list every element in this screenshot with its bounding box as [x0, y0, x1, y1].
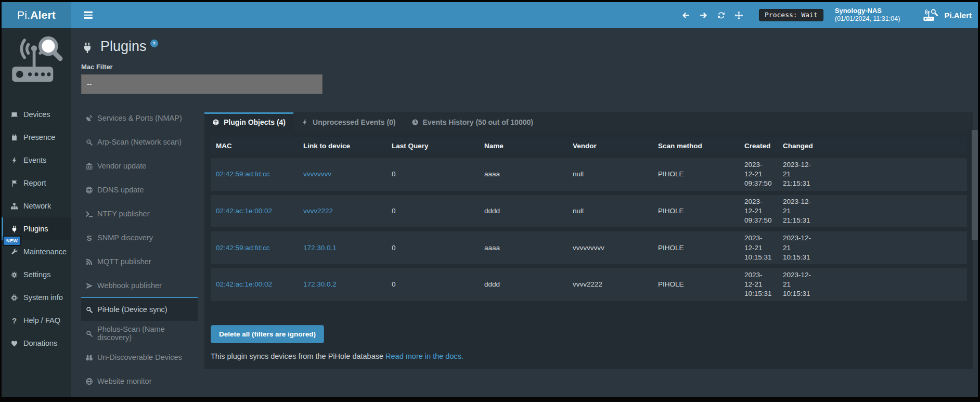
plugin-nav-item-ddns-update[interactable]: DDNS update: [81, 177, 198, 201]
plugin-nav-item-vendor-update[interactable]: Vendor update: [81, 153, 198, 177]
help-badge[interactable]: ?: [150, 40, 158, 47]
sidebar-item-network[interactable]: Network: [2, 194, 71, 217]
plugin-nav-item-arp-scan-network-scan[interactable]: Arp-Scan (Network scan): [81, 129, 198, 153]
tab-events-history-50-out-of-10000[interactable]: Events History (50 out of 10000): [404, 112, 541, 131]
sidebar-item-donations[interactable]: Donations: [2, 332, 71, 355]
cell-link: vvvv2222: [298, 195, 386, 228]
cell-mac: 02:42:59:ad:fd:cc: [211, 158, 298, 191]
host-time: (01/01/2024, 11:31:04): [835, 15, 900, 23]
topbar-app-name: Pi.Alert: [944, 11, 972, 20]
sidebar-item-help-faq[interactable]: ?Help / FAQ: [2, 309, 71, 332]
plugin-nav-label: Pholus-Scan (Name discovery): [97, 325, 194, 342]
cell-changed: 2023-12-21 21:15:31: [778, 195, 820, 228]
sidebar-item-events[interactable]: Events: [2, 149, 71, 172]
plugin-nav-item-services-ports-nmap[interactable]: Services & Ports (NMAP): [81, 106, 198, 129]
column-header-changed: Changed: [778, 137, 820, 154]
cell-name: dddd: [479, 268, 568, 301]
terminal-icon: [85, 210, 93, 218]
bank-icon: [85, 162, 93, 170]
tab-label: Plugin Objects (4): [224, 118, 286, 126]
plugin-nav-item-webhook-publisher[interactable]: Webhook publisher: [81, 273, 198, 297]
sidebar-item-devices[interactable]: Devices: [2, 103, 71, 126]
sidebar-item-maintenance[interactable]: MaintenanceNEW: [2, 240, 71, 263]
sidebar-item-label: Plugins: [23, 225, 48, 233]
sidebar-item-label: Maintenance: [23, 248, 67, 256]
back-arrow-icon[interactable]: [679, 8, 692, 22]
rss-icon: [85, 258, 93, 266]
app-window: Pi.Alert Process: Wait Synology-NAS (01/…: [2, 2, 978, 397]
plugin-nav-item-mqtt-publisher[interactable]: MQTT publisher: [81, 249, 198, 273]
mac-link[interactable]: 02:42:59:ad:fd:cc: [216, 244, 270, 252]
host-name: Synology-NAS: [835, 7, 900, 15]
device-link[interactable]: 172.30.0.2: [303, 280, 337, 288]
hamburger-menu-button[interactable]: [78, 2, 98, 28]
cell-changed: 2023-12-21 10:15:31: [778, 231, 820, 264]
search-icon: [85, 138, 93, 146]
sidebar-item-report[interactable]: Report: [2, 172, 71, 194]
device-link[interactable]: vvvv2222: [303, 207, 333, 215]
move-icon[interactable]: [732, 8, 745, 22]
cell-name: aaaa: [479, 231, 568, 264]
cell-scan_method: PIHOLE: [653, 195, 739, 228]
cell-created: 2023-12-21 10:15:31: [739, 231, 778, 264]
binoculars-icon: [85, 354, 93, 361]
cell-link: 172.30.0.2: [298, 268, 386, 301]
mac-link[interactable]: 02:42:59:ad:fd:cc: [216, 170, 270, 178]
plugin-nav-item-pihole-device-sync[interactable]: PiHole (Device sync): [81, 297, 198, 321]
sidebar-item-settings[interactable]: Settings: [2, 263, 71, 286]
mac-link[interactable]: 02:42:ac:1e:00:02: [216, 280, 272, 288]
mac-filter-input[interactable]: [81, 74, 323, 94]
plugin-nav-item-un-discoverable-devices[interactable]: Un-Discoverable Devices: [81, 345, 198, 369]
plugin-nav-item-snmp-discovery[interactable]: SSNMP discovery: [81, 225, 198, 249]
cell-filler: [820, 158, 967, 191]
search-icon: [85, 306, 93, 314]
docs-link[interactable]: Read more in the docs.: [385, 352, 463, 360]
plugin-nav-label: MQTT publisher: [97, 257, 151, 266]
sidebar-item-system-info[interactable]: System info: [2, 286, 71, 309]
topbar-nav-icons: [675, 8, 745, 22]
cell-changed: 2023-12-21 21:15:31: [778, 158, 820, 191]
refresh-icon[interactable]: [714, 8, 728, 22]
plugin-nav-item-website-monitor[interactable]: Website monitor: [81, 369, 198, 393]
device-link[interactable]: vvvvvvvv: [303, 170, 331, 178]
tab-plugin-objects-4[interactable]: Plugin Objects (4): [204, 112, 293, 131]
mac-link[interactable]: 02:42:ac:1e:00:02: [216, 207, 272, 215]
sidebar-item-label: Help / FAQ: [23, 316, 60, 325]
brand-logo[interactable]: Pi.Alert: [2, 2, 71, 28]
page-header: Plugins ?: [81, 38, 973, 55]
plugin-nav-label: Un-Discoverable Devices: [97, 353, 182, 361]
delete-all-button[interactable]: Delete all (filters are ignored): [211, 325, 324, 343]
forward-arrow-icon[interactable]: [697, 8, 710, 22]
column-header-created: Created: [739, 137, 778, 154]
cell-filler: [820, 231, 967, 264]
main-content: Plugins ? Mac Filter Services & Ports (N…: [71, 28, 978, 397]
plugin-nav-item-ntfy-publisher[interactable]: NTFY publisher: [81, 201, 198, 225]
mac-filter-label: Mac Filter: [81, 63, 973, 71]
scrollbar-thumb[interactable]: [972, 130, 978, 240]
sidebar-item-label: Presence: [23, 133, 55, 141]
process-status-badge: Process: Wait: [759, 9, 823, 21]
table-row: 02:42:ac:1e:00:02172.30.0.20ddddvvvv2222…: [211, 268, 967, 301]
sidebar-item-presence[interactable]: Presence: [2, 126, 71, 149]
plugin-nav: Services & Ports (NMAP)Arp-Scan (Network…: [81, 106, 198, 393]
device-link[interactable]: 172.30.0.1: [303, 244, 337, 252]
cell-vendor: vvvvvvvvv: [568, 231, 653, 264]
tab-label: Unprocessed Events (0): [313, 118, 396, 126]
sitemap-icon: [10, 202, 18, 210]
wrench-icon: [10, 248, 18, 256]
cell-scan_method: PIHOLE: [653, 158, 739, 191]
table-header-row: MACLink to deviceLast QueryNameVendorSca…: [211, 137, 967, 154]
tab-unprocessed-events-0[interactable]: Unprocessed Events (0): [293, 112, 404, 131]
bolt-icon: [10, 157, 18, 164]
cell-created: 2023-12-21 10:15:31: [739, 268, 778, 301]
plugin-nav-label: DDNS update: [97, 186, 144, 194]
sidebar-item-label: System info: [23, 293, 63, 302]
cell-last_query: 0: [386, 158, 479, 191]
column-header-last-query: Last Query: [386, 137, 479, 154]
cell-link: vvvvvvvv: [298, 158, 386, 191]
plugin-description: This plugin syncs devices from the PiHol…: [211, 352, 967, 360]
plugin-nav-item-pholus-scan-name-discovery[interactable]: Pholus-Scan (Name discovery): [81, 321, 198, 345]
plug-icon: [81, 42, 94, 54]
column-header-scan-method: Scan method: [653, 137, 739, 154]
sidebar-item-label: Network: [23, 202, 51, 210]
